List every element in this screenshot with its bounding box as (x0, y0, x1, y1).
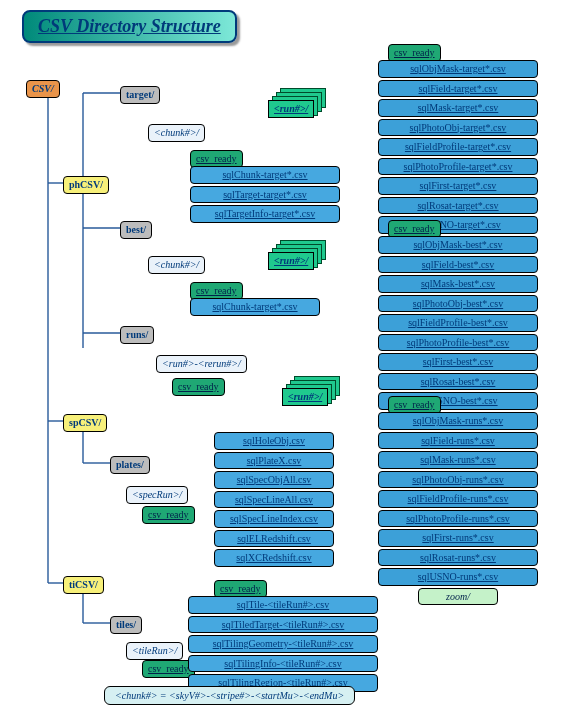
file: sqlField-best*.csv (378, 256, 538, 274)
file: sqlPhotoProfile-runs*.csv (378, 510, 538, 528)
dir-tiles: tiles/ (110, 616, 142, 634)
file: sqlMask-runs*.csv (378, 451, 538, 469)
sub-run-best: <run#>/ (268, 252, 314, 270)
dir-runs: runs/ (120, 326, 154, 344)
file: sqlChunk-target*.csv (190, 298, 320, 316)
file: sqlFirst-runs*.csv (378, 529, 538, 547)
file: sqlFieldProfile-best*.csv (378, 314, 538, 332)
file: sqlFirst-best*.csv (378, 353, 538, 371)
file: sqlTile-<tileRun#>.csv (188, 596, 378, 614)
csv-ready: csv_ready (172, 378, 225, 396)
cat-ticsv: tiCSV/ (63, 576, 104, 594)
csv-ready: csv_ready (190, 150, 243, 168)
cat-phcsv: phCSV/ (63, 176, 109, 194)
file: sqlSpecObjAll.csv (214, 471, 334, 489)
file: sqlSpecLineAll.csv (214, 491, 334, 509)
file: sqlELRedshift.csv (214, 530, 334, 548)
file: sqlField-runs*.csv (378, 432, 538, 450)
run-stack-best: <run#>/ (268, 240, 322, 268)
file: sqlXCRedshift.csv (214, 549, 334, 567)
run-stack-runs: <run#>/ (282, 376, 336, 404)
file: sqlPhotoProfile-best*.csv (378, 334, 538, 352)
file: sqlFieldProfile-runs*.csv (378, 490, 538, 508)
file: sqlObjMask-target*.csv (378, 60, 538, 78)
sub-run-runs: <run#>/ (282, 388, 328, 406)
sub-run-target: <run#>/ (268, 100, 314, 118)
file: sqlTilingInfo-<tileRun#>.csv (188, 655, 378, 673)
file: sqlTilingGeometry-<tileRun#>.csv (188, 635, 378, 653)
sub-tilerun: <tileRun>/ (126, 642, 183, 660)
file: sqlChunk-target*.csv (190, 166, 340, 184)
page-title: CSV Directory Structure (22, 10, 237, 43)
file: sqlPhotoObj-runs*.csv (378, 471, 538, 489)
file: sqlPlateX.csv (214, 452, 334, 470)
root-csv: CSV/ (26, 80, 60, 98)
run-stack-target: <run#>/ (268, 88, 322, 116)
dir-target: target/ (120, 86, 160, 104)
dir-plates: plates/ (110, 456, 150, 474)
file: sqlMask-best*.csv (378, 275, 538, 293)
cat-spcsv: spCSV/ (63, 414, 107, 432)
file: sqlSpecLineIndex.csv (214, 510, 334, 528)
csv-ready: csv_ready (388, 220, 441, 238)
sub-rerun: <run#>-<rerun#>/ (156, 355, 247, 373)
csv-ready: csv_ready (190, 282, 243, 300)
sub-specrun: <specRun>/ (126, 486, 188, 504)
file: sqlField-target*.csv (378, 80, 538, 98)
file: sqlFieldProfile-target*.csv (378, 138, 538, 156)
file: sqlPhotoProfile-target*.csv (378, 158, 538, 176)
zoom-dir: zoom/ (418, 588, 498, 606)
footnote: <chunk#> = <skyV#>-<stripe#>-<startMu>-<… (104, 686, 355, 705)
file: sqlUSNO-runs*.csv (378, 568, 538, 586)
file: sqlRosat-runs*.csv (378, 549, 538, 567)
file: sqlObjMask-runs*.csv (378, 412, 538, 430)
file: sqlObjMask-best*.csv (378, 236, 538, 254)
sub-chunk-best: <chunk#>/ (148, 256, 205, 274)
csv-ready: csv_ready (388, 44, 441, 62)
dir-best: best/ (120, 221, 152, 239)
file: sqlHoleObj.csv (214, 432, 334, 450)
file: sqlPhotoObj-best*.csv (378, 295, 538, 313)
file: sqlRosat-target*.csv (378, 197, 538, 215)
csv-ready: csv_ready (142, 506, 195, 524)
file: sqlMask-target*.csv (378, 99, 538, 117)
csv-ready: csv_ready (142, 660, 195, 678)
file: sqlRosat-best*.csv (378, 373, 538, 391)
sub-chunk-target: <chunk#>/ (148, 124, 205, 142)
csv-ready: csv_ready (388, 396, 441, 414)
file: sqlTargetInfo-target*.csv (190, 205, 340, 223)
csv-ready: csv_ready (214, 580, 267, 598)
file: sqlTarget-target*.csv (190, 186, 340, 204)
file: sqlTiledTarget-<tileRun#>.csv (188, 616, 378, 634)
file: sqlFirst-target*.csv (378, 177, 538, 195)
file: sqlPhotoObj-target*.csv (378, 119, 538, 137)
